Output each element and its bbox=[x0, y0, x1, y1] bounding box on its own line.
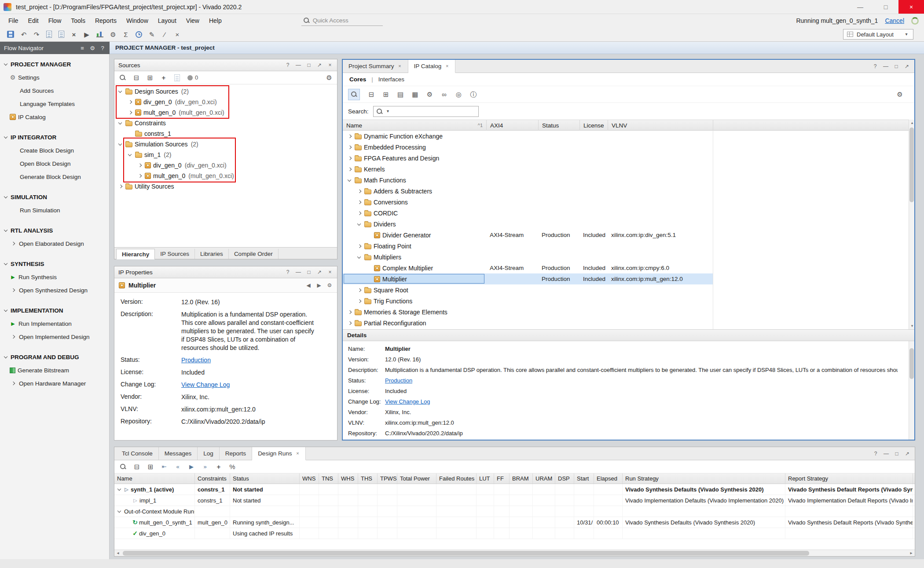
delete-icon[interactable] bbox=[71, 31, 77, 38]
maximize-icon[interactable] bbox=[894, 451, 900, 456]
collapse-all-icon[interactable] bbox=[368, 91, 374, 98]
tab-hierarchy[interactable]: Hierarchy bbox=[116, 249, 155, 259]
catalog-row-cordic[interactable]: CORDIC bbox=[343, 208, 914, 218]
catalog-row-partial-reconfiguration[interactable]: Partial Reconfiguration bbox=[343, 317, 914, 328]
chevron-right-icon[interactable] bbox=[10, 240, 17, 247]
column-header-license[interactable]: License bbox=[579, 120, 608, 131]
previous-icon[interactable] bbox=[305, 283, 312, 288]
subtab-cores[interactable]: Cores bbox=[349, 76, 366, 83]
column-header-bram[interactable]: BRAM bbox=[510, 473, 533, 484]
chevron-right-icon[interactable] bbox=[346, 309, 353, 316]
taxonomy-view-icon[interactable] bbox=[412, 91, 418, 98]
step-first-icon[interactable] bbox=[161, 464, 167, 470]
file-icon[interactable] bbox=[174, 74, 180, 81]
flownav-item-generate-block-design[interactable]: Generate Block Design bbox=[0, 170, 109, 183]
column-header-run-strategy[interactable]: Run Strategy bbox=[623, 473, 785, 484]
flownav-item-open-block-design[interactable]: Open Block Design bbox=[0, 157, 109, 170]
flownav-item-ip-catalog[interactable]: IP Catalog bbox=[0, 110, 109, 124]
run-row-div-gen-0[interactable]: div_gen_0Using cached IP results bbox=[114, 528, 915, 539]
catalog-row-conversions[interactable]: Conversions bbox=[343, 197, 914, 208]
chevron-right-icon[interactable] bbox=[127, 98, 134, 106]
expand-all-icon[interactable] bbox=[383, 91, 389, 98]
flownav-section-header[interactable]: PROGRAM AND DEBUG bbox=[0, 350, 109, 364]
flownav-item-open-elaborated-design[interactable]: Open Elaborated Design bbox=[0, 237, 109, 250]
chevron-down-icon[interactable] bbox=[116, 486, 123, 493]
chevron-right-icon[interactable] bbox=[10, 333, 17, 340]
flownav-item-generate-bitstream[interactable]: Generate Bitstream bbox=[0, 364, 109, 377]
column-header-name[interactable]: Name^1 bbox=[343, 120, 486, 131]
column-header-elapsed[interactable]: Elapsed bbox=[594, 473, 623, 484]
chevron-right-icon[interactable] bbox=[117, 183, 124, 190]
column-header-report-strategy[interactable]: Report Strategy bbox=[785, 473, 913, 484]
web-icon[interactable] bbox=[455, 91, 462, 98]
percent-icon[interactable] bbox=[229, 463, 235, 470]
catalog-row-fpga-features-and-design[interactable]: FPGA Features and Design bbox=[343, 153, 914, 164]
close-icon[interactable] bbox=[327, 62, 333, 68]
flownav-section-header[interactable]: PROJECT MANAGER bbox=[0, 58, 109, 71]
chevron-right-icon[interactable] bbox=[356, 243, 363, 250]
property-value[interactable]: View Change Log bbox=[181, 381, 315, 389]
tab-messages[interactable]: Messages bbox=[159, 447, 198, 460]
column-header-failed-routes[interactable]: Failed Routes bbox=[436, 473, 477, 484]
gear-icon[interactable] bbox=[89, 45, 95, 51]
chevron-down-icon[interactable] bbox=[116, 508, 123, 515]
tab-design-runs[interactable]: Design Runs bbox=[252, 447, 306, 460]
chevron-right-icon[interactable] bbox=[356, 287, 363, 294]
chart-icon[interactable] bbox=[96, 31, 103, 37]
details-vertical-scrollbar[interactable] bbox=[909, 341, 914, 440]
flownav-item-language-templates[interactable]: Language Templates bbox=[0, 97, 109, 110]
clock-icon[interactable] bbox=[136, 31, 142, 38]
property-value[interactable]: Production bbox=[385, 377, 412, 384]
help-icon[interactable] bbox=[872, 64, 878, 69]
gear-icon[interactable] bbox=[326, 283, 333, 288]
catalog-row-kernels[interactable]: Kernels bbox=[343, 164, 914, 175]
chevron-down-icon[interactable] bbox=[356, 254, 363, 261]
help-icon[interactable] bbox=[285, 269, 291, 275]
catalog-row-floating-point[interactable]: Floating Point bbox=[343, 240, 914, 251]
tree-row-constraints[interactable]: Constraints bbox=[114, 118, 337, 128]
flownav-item-run-implementation[interactable]: Run Implementation bbox=[0, 317, 109, 330]
catalog-row-trig-functions[interactable]: Trig Functions bbox=[343, 295, 914, 306]
column-header-uram[interactable]: URAM bbox=[533, 473, 555, 484]
menu-item-help[interactable]: Help bbox=[204, 15, 227, 26]
menu-item-file[interactable]: File bbox=[4, 15, 23, 26]
chevron-right-icon[interactable] bbox=[346, 166, 353, 173]
tab-libraries[interactable]: Libraries bbox=[195, 249, 229, 259]
create-run-icon[interactable] bbox=[216, 463, 222, 470]
scroll-left-icon[interactable] bbox=[114, 551, 121, 555]
tree-row-mult-gen-0[interactable]: mult_gen_0(mult_gen_0.xci) bbox=[114, 171, 337, 181]
chevron-right-icon[interactable] bbox=[346, 320, 353, 327]
column-header-status[interactable]: Status bbox=[230, 473, 300, 484]
help-icon[interactable] bbox=[99, 45, 106, 51]
tab-project-summary[interactable]: Project Summary bbox=[343, 60, 408, 73]
minimize-icon[interactable] bbox=[883, 451, 889, 456]
chevron-down-icon[interactable] bbox=[127, 151, 134, 158]
cancel-link[interactable]: Cancel bbox=[885, 17, 904, 24]
report-icon[interactable] bbox=[46, 31, 52, 38]
menu-item-edit[interactable]: Edit bbox=[23, 15, 44, 26]
scrollbar-thumb[interactable] bbox=[123, 551, 809, 556]
column-header-axi4[interactable]: AXI4 bbox=[486, 120, 538, 131]
catalog-row-math-functions[interactable]: Math Functions bbox=[343, 175, 914, 186]
customize-ip-icon[interactable] bbox=[426, 91, 433, 98]
flownav-section-header[interactable]: IP INTEGRATOR bbox=[0, 131, 109, 144]
help-icon[interactable] bbox=[873, 451, 879, 456]
close-icon[interactable] bbox=[327, 269, 333, 275]
help-icon[interactable] bbox=[285, 62, 291, 68]
chevron-down-icon[interactable] bbox=[3, 353, 10, 360]
scrollbar-thumb[interactable] bbox=[909, 348, 914, 379]
run-row-synth-1-active[interactable]: synth_1 (active)constrs_1Not startedViva… bbox=[114, 484, 915, 495]
flownav-item-run-synthesis[interactable]: Run Synthesis bbox=[0, 270, 109, 284]
save-icon[interactable] bbox=[7, 31, 14, 38]
maximize-icon[interactable] bbox=[306, 269, 312, 275]
menu-item-window[interactable]: Window bbox=[121, 15, 153, 26]
minimize-icon[interactable] bbox=[295, 62, 301, 68]
catalog-row-adders-subtracters[interactable]: Adders & Subtracters bbox=[343, 186, 914, 197]
float-icon[interactable] bbox=[904, 451, 910, 456]
chevron-right-icon[interactable] bbox=[356, 199, 363, 206]
flownav-item-run-simulation[interactable]: Run Simulation bbox=[0, 204, 109, 217]
collapse-all-icon[interactable] bbox=[134, 463, 140, 470]
run-row-mult-gen-0-synth-1[interactable]: mult_gen_0_synth_1mult_gen_0Running synt… bbox=[114, 517, 915, 528]
close-icon[interactable] bbox=[295, 451, 300, 456]
minimize-icon[interactable] bbox=[883, 64, 889, 69]
